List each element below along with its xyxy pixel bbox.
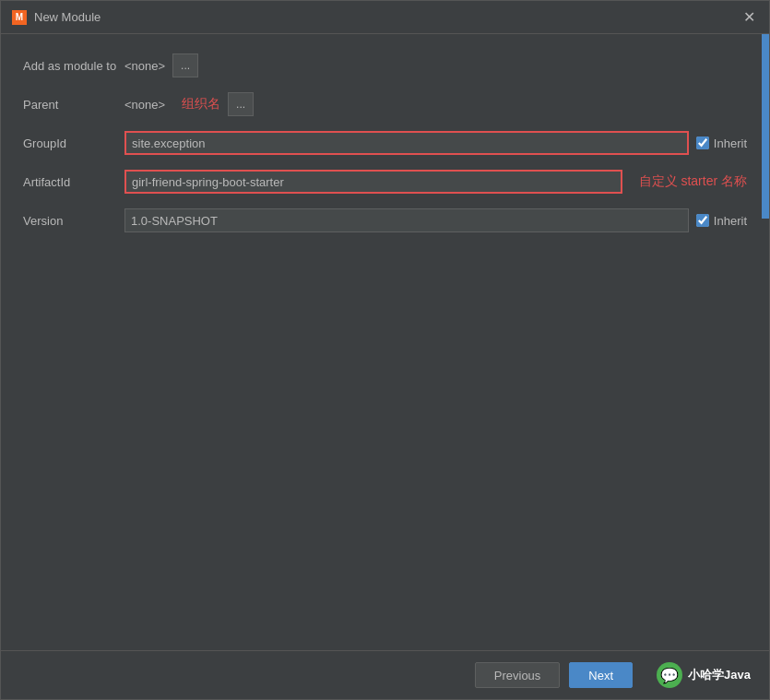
- parent-annotation: 组织名: [182, 96, 220, 113]
- version-field: Inherit: [124, 208, 747, 232]
- version-label: Version: [23, 214, 124, 228]
- title-bar: M New Module ✕: [1, 1, 769, 34]
- groupid-inherit-checkbox[interactable]: [696, 136, 709, 149]
- dialog-title: New Module: [34, 10, 101, 24]
- artifactid-row: ArtifactId 自定义 starter 名称: [23, 169, 747, 195]
- close-button[interactable]: ✕: [740, 8, 758, 27]
- version-inherit-text: Inherit: [714, 214, 747, 228]
- add-as-module-dots-button[interactable]: ...: [172, 53, 198, 77]
- groupid-inherit-label[interactable]: Inherit: [696, 136, 747, 150]
- groupid-label: GroupId: [23, 136, 124, 150]
- add-as-module-value: <none>: [124, 59, 165, 73]
- add-as-module-label: Add as module to: [23, 59, 124, 73]
- form-content: Add as module to <none> ... Parent <none…: [1, 34, 769, 650]
- version-inherit-label[interactable]: Inherit: [696, 214, 747, 228]
- parent-value: <none>: [124, 98, 165, 112]
- previous-button[interactable]: Previous: [475, 662, 561, 688]
- next-button[interactable]: Next: [569, 662, 633, 688]
- version-row: Version Inherit: [23, 208, 747, 233]
- add-as-module-row: Add as module to <none> ...: [23, 53, 747, 78]
- parent-row: Parent <none> 组织名 ...: [23, 91, 747, 117]
- groupid-field: Inherit: [124, 131, 747, 155]
- groupid-input[interactable]: [124, 131, 689, 155]
- scrollbar[interactable]: [762, 34, 769, 219]
- version-input[interactable]: [124, 208, 689, 232]
- parent-label: Parent: [23, 98, 124, 112]
- parent-dots-button[interactable]: ...: [228, 92, 254, 116]
- artifactid-annotation: 自定义 starter 名称: [639, 173, 747, 190]
- artifactid-label: ArtifactId: [23, 175, 124, 189]
- title-bar-left: M New Module: [12, 10, 101, 25]
- add-as-module-field: <none> ...: [124, 53, 747, 77]
- watermark-icon: 💬: [657, 662, 682, 688]
- version-inherit-checkbox[interactable]: [696, 214, 709, 227]
- watermark-text: 小哈学Java: [688, 667, 751, 683]
- module-icon: M: [12, 10, 27, 25]
- artifactid-input[interactable]: [124, 170, 622, 194]
- parent-field: <none> 组织名 ...: [124, 92, 747, 116]
- new-module-dialog: M New Module ✕ Add as module to <none> .…: [0, 0, 770, 700]
- watermark: 💬 小哈学Java: [657, 662, 751, 688]
- groupid-inherit-text: Inherit: [714, 136, 747, 150]
- footer: Previous Next 💬 小哈学Java: [1, 650, 769, 699]
- artifactid-field: 自定义 starter 名称: [124, 170, 747, 194]
- groupid-row: GroupId Inherit: [23, 130, 747, 156]
